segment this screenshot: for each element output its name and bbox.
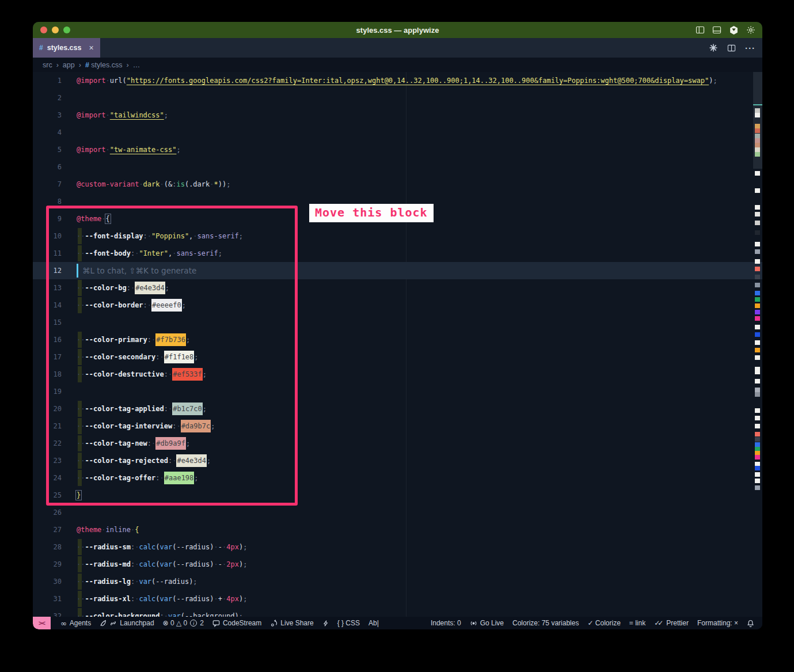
minimap-color-block [755,325,760,329]
toggle-panel-icon[interactable] [712,25,721,35]
minimap-color-block [755,152,760,157]
line-number[interactable]: 26 [33,504,62,521]
code-line-5[interactable]: 5@import·"tw-animate-css"; [33,141,762,158]
minimap-color-block [755,108,760,113]
line-number[interactable]: 7 [33,176,62,193]
token: ; [176,146,180,154]
minimap-color-block [755,242,760,246]
ai-starburst-icon[interactable] [709,43,718,52]
indents-status-item[interactable]: Indents: 0 [431,619,461,627]
maximize-window-button[interactable] [63,26,70,33]
bolt-status-item[interactable] [322,620,329,627]
live-share-label: Live Share [280,619,313,627]
token: ( [155,595,159,603]
codestream-icon [212,620,220,627]
settings-gear-icon[interactable] [746,25,755,35]
language-mode-status-item[interactable]: { } CSS [337,619,360,627]
line-number[interactable]: 27 [33,521,62,538]
prettier-status-item[interactable]: ✓✓Prettier [654,619,689,627]
breadcrumb-item-[interactable]: … [133,61,140,69]
link-mode-status-item[interactable]: = link [629,619,645,627]
code-line-30[interactable]: 30··--radius-lg:·var(--radius); [33,573,762,590]
token: --radius [176,595,210,603]
code-line-26[interactable]: 26 [33,504,762,521]
line-number[interactable]: 6 [33,158,62,176]
language-mode-label: { } CSS [337,619,360,627]
code-text: @import·"tw-animate-css"; [77,141,181,158]
line-number[interactable]: 31 [33,590,62,608]
editor-actions: ··· [709,38,755,58]
token: dark [143,180,160,188]
launchpad-status-item[interactable]: Launchpad [100,619,154,627]
agents-status-item[interactable]: ∞Agents [60,619,91,628]
minimap-color-block [755,437,760,442]
code-text: ··--radius-xl:·calc(var(--radius)·+·4px)… [77,590,247,608]
line-number[interactable]: 5 [33,141,62,158]
more-actions-icon[interactable]: ··· [745,43,755,53]
split-editor-icon[interactable] [727,44,736,52]
line-number[interactable]: 3 [33,107,62,124]
minimap-color-block [755,205,760,210]
tab-styles-css[interactable]: # styles.css × [33,38,100,58]
minimap-color-block [755,138,760,143]
minimap-color-block [755,113,760,117]
remote-indicator[interactable]: >< [33,617,51,629]
breadcrumb-item-stylescss[interactable]: # styles.css [85,61,123,69]
codestream-status-item[interactable]: CodeStream [212,619,261,627]
token: · [106,146,110,154]
token: 2px [226,560,239,568]
toggle-sidebar-icon[interactable] [696,25,705,35]
code-line-6[interactable]: 6 [33,158,762,176]
code-line-4[interactable]: 4 [33,124,762,141]
token: + [218,595,222,603]
tab-close-icon[interactable]: × [89,43,93,52]
line-number[interactable]: 30 [33,573,62,590]
problems-status-item[interactable]: ⊗ 0 △ 0i2 [163,619,204,627]
colorize-toggle-status-item[interactable]: ✓ Colorize [587,619,620,627]
minimap[interactable] [753,72,762,617]
minimap-color-block [755,134,760,138]
line-number[interactable]: 1 [33,72,62,89]
line-number[interactable]: 2 [33,89,62,107]
line-number[interactable]: 28 [33,538,62,556]
breadcrumb-item-app[interactable]: app [63,61,75,69]
line-number[interactable]: 29 [33,556,62,573]
minimap-cursor-marker [753,104,762,105]
live-share-status-item[interactable]: Live Share [270,619,313,627]
notifications-status-item[interactable] [747,620,754,627]
code-line-3[interactable]: 3@import·"tailwindcss"; [33,107,762,124]
go-live-label: Go Live [480,619,504,627]
breadcrumb-item-src[interactable]: src [43,61,52,69]
minimap-color-block [755,432,760,436]
code-line-29[interactable]: 29··--radius-md:·calc(var(--radius)·-·2p… [33,556,762,573]
code-editor[interactable]: 1@import·url("https://fonts.googleapis.c… [33,72,762,617]
colorize-count-status-item[interactable]: Colorize: 75 variables [512,619,579,627]
token: --radius-xl [85,595,130,603]
minimap-color-block [755,479,760,483]
minimize-window-button[interactable] [52,26,59,33]
token: · [160,180,164,188]
line-number[interactable]: 4 [33,124,62,141]
formatting-status-item[interactable]: Formatting: × [697,619,738,627]
code-line-31[interactable]: 31··--radius-xl:·calc(var(--radius)·+·4p… [33,590,762,608]
code-line-32[interactable]: 32··--color-background:·var(--background… [33,608,762,617]
token: ; [243,543,247,551]
close-window-button[interactable] [40,26,47,33]
token: @import [77,111,106,119]
code-text: ··--radius-sm:·calc(var(--radius)·-·4px)… [77,538,247,556]
minimap-color-block [755,379,760,384]
go-live-status-item[interactable]: Go Live [470,619,504,627]
code-line-27[interactable]: 27@theme·inline·{ [33,521,762,538]
token: (& [164,180,172,188]
code-line-2[interactable]: 2 [33,89,762,107]
code-line-7[interactable]: 7@custom-variant·dark·(&:is(.dark·*)); [33,176,762,193]
minimap-color-block [755,392,760,397]
code-line-28[interactable]: 28··--radius-sm:·calc(var(--radius)·-·4p… [33,538,762,556]
codestream-label: CodeStream [223,619,261,627]
extension-box-icon[interactable] [729,25,739,35]
colorize-toggle-label: ✓ Colorize [587,619,620,627]
encoding-indicator-status-item[interactable]: Ab| [368,619,379,627]
token: var [168,612,181,617]
line-number[interactable]: 32 [33,608,62,617]
code-line-1[interactable]: 1@import·url("https://fonts.googleapis.c… [33,72,762,89]
